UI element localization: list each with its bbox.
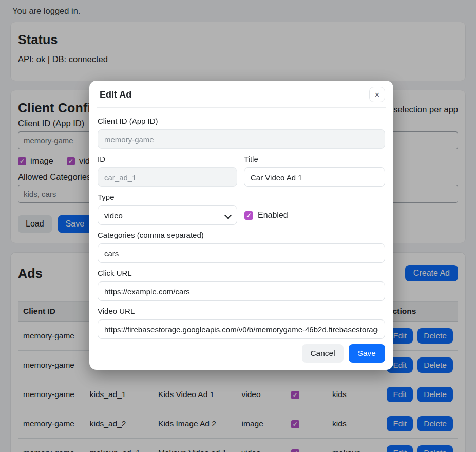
cancel-button[interactable]: Cancel: [302, 344, 343, 363]
modal-click-url-input[interactable]: [98, 281, 385, 301]
chevron-down-icon: video: [98, 205, 237, 225]
modal-video-url-input[interactable]: [98, 319, 385, 339]
modal-title: Edit Ad: [100, 89, 131, 100]
modal-enabled-checkbox[interactable]: Enabled: [244, 211, 288, 220]
modal-client-id-label: Client ID (App ID): [98, 116, 385, 126]
modal-categories-label: Categories (comma separated): [98, 230, 385, 240]
modal-type-label: Type: [98, 192, 385, 202]
modal-video-url-label: Video URL: [98, 306, 385, 316]
check-icon: [244, 211, 253, 220]
modal-client-id-input: [98, 129, 385, 149]
modal-click-url-label: Click URL: [98, 268, 385, 278]
save-button[interactable]: Save: [349, 344, 385, 363]
modal-id-input: [98, 167, 237, 187]
modal-title-input[interactable]: [244, 167, 385, 187]
modal-title-label: Title: [244, 154, 385, 164]
modal-id-label: ID: [98, 154, 237, 164]
modal-enabled-label: Enabled: [258, 211, 288, 220]
close-icon[interactable]: ×: [369, 87, 385, 102]
modal-type-select[interactable]: video: [98, 205, 237, 225]
edit-ad-modal: Edit Ad × Client ID (App ID) ID Title Ty…: [89, 81, 393, 370]
modal-categories-input[interactable]: [98, 243, 385, 263]
